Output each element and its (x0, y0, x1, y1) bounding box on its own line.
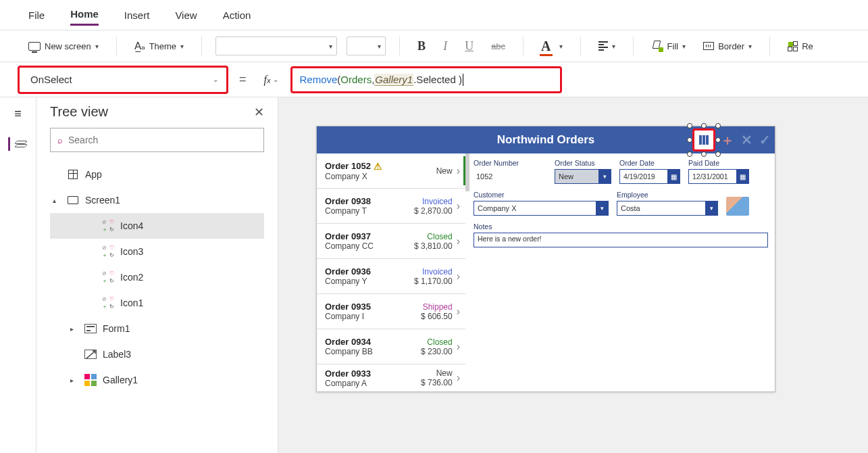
company-name: Company T (325, 206, 405, 216)
paid-date-input[interactable]: 12/31/2001▦ (688, 169, 749, 184)
chevron-down-icon: ▾ (682, 43, 686, 50)
tree-node-screen[interactable]: ▴ Screen1 (50, 187, 264, 213)
chevron-right-icon: › (457, 306, 460, 318)
screen-node-icon (66, 196, 80, 204)
separator (523, 37, 524, 55)
tree-view-rail-button[interactable] (8, 137, 22, 151)
tree-node-form1[interactable]: ▸Form1 (50, 316, 264, 341)
chevron-down-icon: ▾ (705, 201, 717, 215)
ribbon-toolbar: New screen ▾ A̲ₐ Theme ▾ ▾ ▾ B I U abc A… (0, 30, 868, 62)
order-id: Order 0936 (325, 266, 371, 277)
control-icon: ⊘♡＋↻ (101, 245, 115, 259)
menu-file[interactable]: File (28, 5, 45, 25)
canvas[interactable]: Northwind Orders ＋ ✕ ✓ (278, 97, 868, 453)
submit-icon[interactable]: ✓ (759, 132, 771, 148)
selection-handles[interactable] (690, 126, 718, 154)
tree-node-label: Screen1 (85, 195, 120, 206)
italic-button[interactable]: I (439, 37, 451, 56)
property-value: OnSelect (30, 74, 72, 85)
chevron-down-icon: ▾ (612, 43, 615, 50)
tree-node-label: Icon4 (120, 220, 143, 231)
fx-button[interactable]: fx ⌄ (259, 71, 284, 89)
font-color-button[interactable]: A▾ (537, 36, 566, 57)
order-amount: $ 2,870.00 (409, 206, 453, 216)
gallery-item[interactable]: Order 0937Company CCClosed$ 3,810.00› (317, 224, 465, 259)
tree-node-icon2[interactable]: ⊘♡＋↻Icon2 (50, 264, 264, 290)
font-size-combo[interactable]: ▾ (347, 37, 386, 55)
screen-icon (28, 42, 41, 51)
tree-search[interactable]: ⌕ (50, 128, 264, 152)
formula-input[interactable]: Remove( Orders, Gallery1.Selected ) (292, 68, 561, 92)
separator (769, 37, 770, 55)
delete-icon-selected[interactable] (694, 130, 714, 150)
tree-node-icon1[interactable]: ⊘♡＋↻Icon1 (50, 290, 264, 316)
order-date-input[interactable]: 4/19/2019▦ (619, 169, 680, 184)
employee-select[interactable]: Costa▾ (617, 201, 718, 216)
caret-icon: ▴ (53, 197, 61, 204)
order-amount: $ 736.00 (409, 378, 453, 387)
search-input[interactable] (68, 135, 257, 145)
align-button[interactable]: ▾ (594, 39, 619, 53)
order-id: Order 1052 (325, 161, 371, 171)
control-icon: ⊘♡＋↻ (101, 296, 115, 310)
new-screen-button[interactable]: New screen ▾ (24, 39, 103, 54)
add-icon[interactable]: ＋ (721, 131, 734, 149)
font-color-icon: A (541, 39, 551, 54)
tree-node-label3[interactable]: Label3 (50, 341, 264, 367)
property-selector[interactable]: OnSelect ⌄ (19, 67, 227, 93)
font-family-combo[interactable]: ▾ (215, 37, 337, 55)
fill-label: Fill (667, 41, 679, 51)
warning-icon: ⚠ (374, 161, 382, 172)
gallery-item[interactable]: Order 1052⚠Company XNew› (317, 153, 465, 189)
customer-label: Customer (474, 191, 609, 199)
tree-node-app[interactable]: App (50, 162, 264, 187)
equals-label: = (239, 72, 247, 87)
menu-action[interactable]: Action (223, 5, 251, 25)
tree-node-label: Form1 (103, 323, 130, 334)
chevron-down-icon: ▾ (180, 43, 184, 50)
cancel-icon[interactable]: ✕ (741, 132, 752, 148)
gallery-item[interactable]: Order 0934Company BBClosed$ 230.00› (317, 329, 465, 364)
menu-home[interactable]: Home (70, 4, 99, 26)
customer-select[interactable]: Company X▾ (474, 201, 609, 216)
separator (116, 37, 117, 55)
gallery-item[interactable]: Order 0938Company TInvoiced$ 2,870.00› (317, 189, 465, 224)
chevron-right-icon: › (457, 200, 460, 212)
gallery-item[interactable]: Order 0933Company ANew$ 736.00› (317, 364, 465, 391)
strike-button[interactable]: abc (487, 39, 509, 54)
chevron-down-icon: ▾ (598, 170, 611, 183)
order-id: Order 0935 (325, 302, 371, 312)
gallery-item[interactable]: Order 0935Company IShipped$ 606.50› (317, 294, 465, 329)
order-id: Order 0934 (325, 337, 371, 347)
scrollbar-thumb[interactable] (465, 153, 469, 191)
hamburger-icon[interactable]: ≡ (14, 107, 22, 121)
menu-insert[interactable]: Insert (124, 5, 150, 25)
formula-token-obj: Orders (340, 74, 372, 85)
order-status: New (409, 368, 453, 378)
border-button[interactable]: Border▾ (699, 39, 756, 54)
tree-node-icon3[interactable]: ⊘♡＋↻Icon3 (50, 239, 264, 264)
close-icon[interactable]: ✕ (254, 105, 264, 120)
notes-input[interactable]: Here is a new order! (474, 233, 768, 247)
orders-gallery[interactable]: Order 1052⚠Company XNew›Order 0938Compan… (317, 153, 465, 391)
order-status-select[interactable]: New▾ (555, 169, 611, 184)
tree-node-label: Icon1 (120, 297, 143, 308)
selection-indicator (463, 156, 465, 185)
chevron-down-icon: ⌄ (213, 76, 218, 83)
tree-title: Tree view (50, 104, 108, 120)
chevron-down-icon: ▾ (596, 201, 608, 215)
gallery-item[interactable]: Order 0936Company YInvoiced$ 1,170.00› (317, 259, 465, 294)
tree-node-icon4[interactable]: ⊘♡＋↻Icon4 (50, 213, 264, 239)
chevron-down-icon: ▾ (95, 43, 99, 50)
layers-icon (14, 139, 22, 149)
chevron-right-icon: › (457, 270, 460, 283)
bold-button[interactable]: B (413, 37, 430, 56)
fill-button[interactable]: Fill▾ (647, 37, 690, 55)
company-name: Company BB (325, 347, 405, 356)
chevron-right-icon: › (457, 372, 460, 384)
underline-button[interactable]: U (461, 37, 478, 56)
reorder-button[interactable]: Re (784, 39, 817, 54)
tree-node-gallery1[interactable]: ▸Gallery1 (50, 367, 264, 393)
theme-button[interactable]: A̲ₐ Theme ▾ (130, 37, 188, 55)
menu-view[interactable]: View (175, 5, 197, 25)
